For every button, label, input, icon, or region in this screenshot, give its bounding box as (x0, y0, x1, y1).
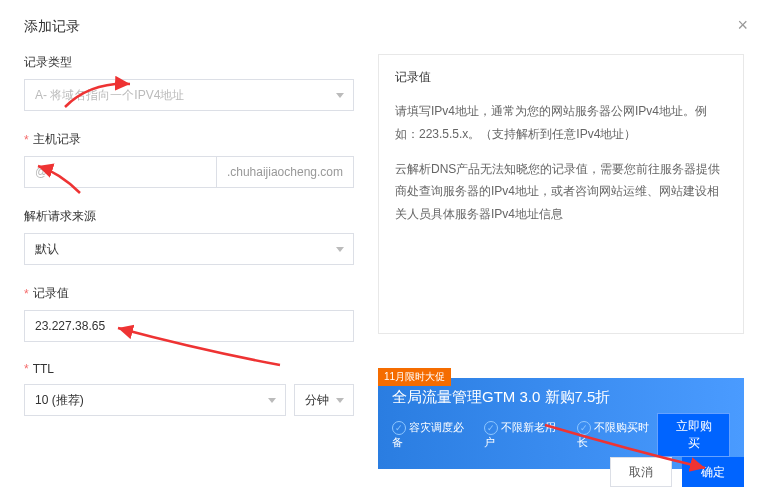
promo-feature-3: 不限购买时长 (577, 420, 657, 450)
ttl-unit-select[interactable] (294, 384, 354, 416)
record-value-input[interactable] (24, 310, 354, 342)
add-record-dialog: 添加记录 × 记录类型 主机记录 .chuhaijiaocheng.com 解析… (0, 0, 768, 501)
host-record-suffix: .chuhaijiaocheng.com (217, 156, 354, 188)
cancel-button[interactable]: 取消 (610, 457, 672, 487)
dialog-footer: 取消 确定 (610, 457, 744, 487)
ok-button[interactable]: 确定 (682, 457, 744, 487)
ttl-label: TTL (24, 362, 354, 376)
help-title: 记录值 (395, 69, 727, 86)
ttl-select[interactable] (24, 384, 286, 416)
dialog-title: 添加记录 (24, 18, 744, 36)
promo-feature-2: 不限新老用户 (484, 420, 564, 450)
host-record-label: 主机记录 (24, 131, 354, 148)
help-column: 记录值 请填写IPv4地址，通常为您的网站服务器公网IPv4地址。例如：223.… (378, 54, 744, 469)
help-panel: 记录值 请填写IPv4地址，通常为您的网站服务器公网IPv4地址。例如：223.… (378, 54, 744, 334)
request-source-label: 解析请求来源 (24, 208, 354, 225)
promo-cta-button[interactable]: 立即购买 (657, 413, 730, 457)
help-text-1: 请填写IPv4地址，通常为您的网站服务器公网IPv4地址。例如：223.5.5.… (395, 100, 727, 146)
record-type-label: 记录类型 (24, 54, 354, 71)
form-column: 记录类型 主机记录 .chuhaijiaocheng.com 解析请求来源 (24, 54, 354, 469)
record-value-label: 记录值 (24, 285, 354, 302)
record-type-select[interactable] (24, 79, 354, 111)
close-icon[interactable]: × (737, 16, 748, 34)
help-text-2: 云解析DNS产品无法知晓您的记录值，需要您前往服务器提供商处查询服务器的IPv4… (395, 158, 727, 226)
request-source-select[interactable] (24, 233, 354, 265)
promo-tag: 11月限时大促 (378, 368, 451, 386)
promo-feature-1: 容灾调度必备 (392, 420, 472, 450)
promo-title: 全局流量管理GTM 3.0 新购7.5折 (392, 388, 730, 407)
host-record-input[interactable] (24, 156, 217, 188)
promo-banner: 11月限时大促 全局流量管理GTM 3.0 新购7.5折 容灾调度必备 不限新老… (378, 378, 744, 469)
